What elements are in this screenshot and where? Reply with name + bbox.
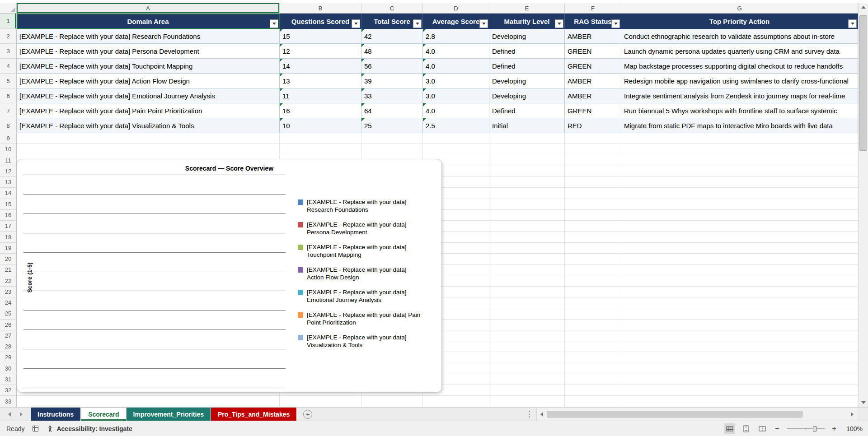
cell-E16[interactable] (489, 210, 565, 221)
cell-G18[interactable] (621, 232, 858, 242)
cell-G31[interactable] (621, 374, 858, 385)
cell-E11[interactable] (489, 155, 565, 166)
cell-A3[interactable]: [EXAMPLE - Replace with your data] Perso… (17, 44, 280, 59)
cell-E24[interactable] (489, 297, 565, 308)
cell-E17[interactable] (489, 221, 565, 232)
cell-F31[interactable] (565, 374, 621, 385)
row-header-18[interactable]: 18 (0, 232, 17, 242)
row-header-21[interactable]: 21 (0, 264, 17, 275)
cell-C6[interactable]: 33 (361, 88, 423, 103)
cell-B10[interactable] (280, 144, 361, 155)
scroll-right-button[interactable] (848, 412, 856, 417)
zoom-out-button[interactable]: − (773, 424, 781, 433)
add-sheet-button[interactable]: + (303, 410, 312, 419)
cell-G30[interactable] (621, 363, 858, 374)
sheet-tab-scorecard[interactable]: Scorecard (81, 408, 126, 421)
cell-F17[interactable] (565, 221, 621, 232)
tab-splitter-handle[interactable] (529, 413, 530, 415)
table-header-total-score[interactable]: Total Score (361, 14, 423, 29)
cell-E25[interactable] (489, 308, 565, 319)
scroll-left-button[interactable] (538, 412, 546, 417)
row-header-26[interactable]: 26 (0, 320, 17, 330)
cell-B8[interactable]: 10 (280, 118, 361, 133)
row-header-30[interactable]: 30 (0, 363, 17, 374)
row-header-19[interactable]: 19 (0, 243, 17, 254)
cell-G2[interactable]: Conduct ethnographic research to validat… (621, 29, 858, 44)
column-header-e[interactable]: E (489, 3, 565, 13)
cell-D2[interactable]: 2.8 (423, 29, 489, 44)
cell-E6[interactable]: Developing (489, 88, 565, 103)
cell-G4[interactable]: Map backstage processes supporting digit… (621, 59, 858, 74)
cell-G24[interactable] (621, 297, 858, 308)
filter-dropdown-button[interactable] (270, 19, 278, 28)
select-all-button[interactable] (0, 3, 17, 13)
row-header-32[interactable]: 32 (0, 385, 17, 396)
row-header-15[interactable]: 15 (0, 199, 17, 210)
cell-G6[interactable]: Integrate sentiment analysis from Zendes… (621, 88, 858, 103)
cell-F2[interactable]: AMBER (565, 29, 621, 44)
row-header-10[interactable]: 10 (0, 144, 17, 155)
cell-A33[interactable] (17, 396, 280, 407)
table-header-questions-scored[interactable]: Questions Scored (280, 14, 361, 29)
cell-A6[interactable]: [EXAMPLE - Replace with your data] Emoti… (17, 88, 280, 103)
row-header-3[interactable]: 3 (0, 44, 17, 59)
cell-E9[interactable] (489, 133, 565, 144)
cell-B9[interactable] (280, 133, 361, 144)
cell-C8[interactable]: 25 (361, 118, 423, 133)
cell-C3[interactable]: 48 (361, 44, 423, 59)
cell-E5[interactable]: Developing (489, 74, 565, 88)
cell-F8[interactable]: RED (565, 118, 621, 133)
sheet-tab-instructions[interactable]: Instructions (31, 408, 81, 421)
cell-F9[interactable] (565, 133, 621, 144)
cell-G16[interactable] (621, 210, 858, 221)
cell-G28[interactable] (621, 341, 858, 352)
cell-D7[interactable]: 4.0 (423, 103, 489, 118)
cell-D5[interactable]: 3.0 (423, 74, 489, 88)
cell-G12[interactable] (621, 166, 858, 177)
row-header-22[interactable]: 22 (0, 275, 17, 286)
filter-dropdown-button[interactable] (848, 19, 857, 28)
cell-G22[interactable] (621, 275, 858, 286)
cell-B4[interactable]: 14 (280, 59, 361, 74)
filter-dropdown-button[interactable] (413, 19, 422, 28)
cell-F23[interactable] (565, 287, 621, 297)
filter-dropdown-button[interactable] (479, 19, 488, 28)
row-header-17[interactable]: 17 (0, 221, 17, 232)
cell-G26[interactable] (621, 320, 858, 330)
cell-E2[interactable]: Developing (489, 29, 565, 44)
row-header-6[interactable]: 6 (0, 88, 17, 103)
cell-E13[interactable] (489, 177, 565, 188)
cell-G5[interactable]: Redesign mobile app navigation using swi… (621, 74, 858, 88)
row-header-11[interactable]: 11 (0, 155, 17, 166)
row-header-16[interactable]: 16 (0, 210, 17, 221)
cell-F6[interactable]: AMBER (565, 88, 621, 103)
cell-F27[interactable] (565, 330, 621, 341)
scroll-down-button[interactable] (859, 398, 868, 407)
cell-F19[interactable] (565, 243, 621, 254)
cell-F18[interactable] (565, 232, 621, 242)
row-header-12[interactable]: 12 (0, 166, 17, 177)
cell-B5[interactable]: 13 (280, 74, 361, 88)
column-header-c[interactable]: C (361, 3, 423, 13)
cell-C9[interactable] (361, 133, 423, 144)
cell-F13[interactable] (565, 177, 621, 188)
cell-D33[interactable] (423, 396, 489, 407)
cell-G20[interactable] (621, 254, 858, 264)
cell-F24[interactable] (565, 297, 621, 308)
vertical-scrollbar[interactable] (858, 3, 868, 407)
cell-D6[interactable]: 3.0 (423, 88, 489, 103)
cell-E15[interactable] (489, 199, 565, 210)
normal-view-button[interactable] (724, 423, 735, 434)
cell-G14[interactable] (621, 188, 858, 199)
row-header-8[interactable]: 8 (0, 118, 17, 133)
column-header-f[interactable]: F (565, 3, 621, 13)
cell-F14[interactable] (565, 188, 621, 199)
cell-A9[interactable] (17, 133, 280, 144)
cell-F12[interactable] (565, 166, 621, 177)
zoom-level[interactable]: 100% (844, 425, 863, 432)
sheet-tab-pro-tips-and-mistakes[interactable]: Pro_Tips_and_Mistakes (211, 408, 297, 421)
cell-E19[interactable] (489, 243, 565, 254)
cell-G27[interactable] (621, 330, 858, 341)
cell-E8[interactable]: Initial (489, 118, 565, 133)
cell-E4[interactable]: Defined (489, 59, 565, 74)
